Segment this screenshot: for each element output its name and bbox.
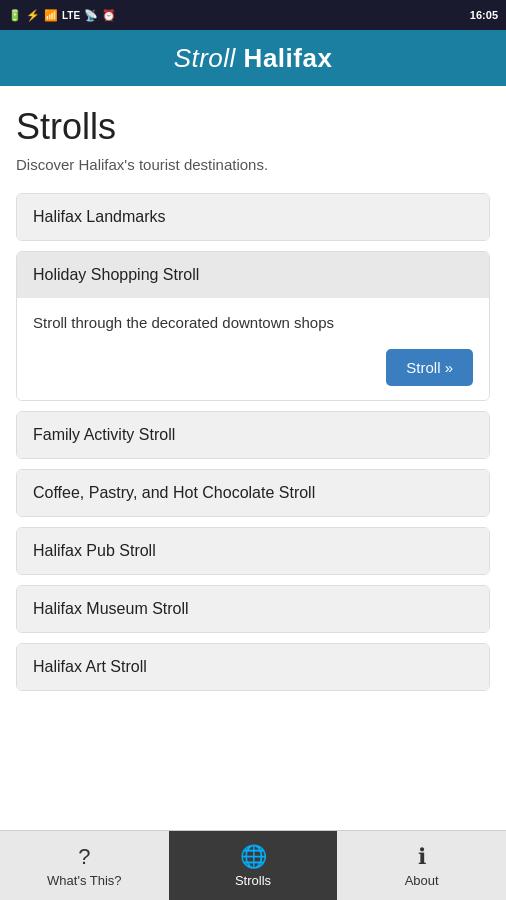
- nav-item-strolls[interactable]: 🌐 Strolls: [169, 831, 338, 900]
- nav-item-whats-this[interactable]: ? What's This?: [0, 831, 169, 900]
- stroll-item-header[interactable]: Halifax Landmarks: [17, 194, 489, 240]
- alarm-icon: ⏰: [102, 9, 116, 22]
- app-title: Stroll Halifax: [174, 43, 333, 74]
- stroll-item-header[interactable]: Holiday Shopping Stroll: [17, 252, 489, 298]
- usb-icon: ⚡: [26, 9, 40, 22]
- stroll-item-label: Holiday Shopping Stroll: [33, 266, 199, 283]
- status-icons: 🔋 ⚡ 📶 LTE 📡 ⏰: [8, 9, 116, 22]
- list-item[interactable]: Coffee, Pastry, and Hot Chocolate Stroll: [16, 469, 490, 517]
- main-content: Strolls Discover Halifax's tourist desti…: [0, 86, 506, 830]
- stroll-item-header[interactable]: Halifax Art Stroll: [17, 644, 489, 690]
- nav-label-whats-this: What's This?: [47, 873, 122, 888]
- stroll-item-header[interactable]: Halifax Museum Stroll: [17, 586, 489, 632]
- stroll-item-label: Halifax Landmarks: [33, 208, 166, 225]
- page-title: Strolls: [16, 106, 490, 148]
- stroll-button[interactable]: Stroll »: [386, 349, 473, 386]
- page-subtitle: Discover Halifax's tourist destinations.: [16, 156, 490, 173]
- stroll-item-label: Family Activity Stroll: [33, 426, 175, 443]
- stroll-item-description: Stroll through the decorated downtown sh…: [33, 312, 473, 335]
- stroll-item-header[interactable]: Family Activity Stroll: [17, 412, 489, 458]
- status-time: 16:05: [470, 9, 498, 21]
- list-item[interactable]: Family Activity Stroll: [16, 411, 490, 459]
- nav-label-about: About: [405, 873, 439, 888]
- stroll-item-label: Halifax Museum Stroll: [33, 600, 189, 617]
- list-item[interactable]: Holiday Shopping Stroll Stroll through t…: [16, 251, 490, 401]
- app-header: Stroll Halifax: [0, 30, 506, 86]
- nav-label-strolls: Strolls: [235, 873, 271, 888]
- stroll-item-label: Coffee, Pastry, and Hot Chocolate Stroll: [33, 484, 315, 501]
- wifi-icon: 📶: [44, 9, 58, 22]
- list-item[interactable]: Halifax Art Stroll: [16, 643, 490, 691]
- battery-icon: 🔋: [8, 9, 22, 22]
- signal-icon: 📡: [84, 9, 98, 22]
- globe-icon: 🌐: [240, 844, 267, 870]
- status-bar: 🔋 ⚡ 📶 LTE 📡 ⏰ 16:05: [0, 0, 506, 30]
- stroll-item-label: Halifax Art Stroll: [33, 658, 147, 675]
- stroll-item-header[interactable]: Halifax Pub Stroll: [17, 528, 489, 574]
- info-icon: ℹ: [418, 844, 426, 870]
- stroll-item-header[interactable]: Coffee, Pastry, and Hot Chocolate Stroll: [17, 470, 489, 516]
- bottom-nav: ? What's This? 🌐 Strolls ℹ About: [0, 830, 506, 900]
- list-item[interactable]: Halifax Landmarks: [16, 193, 490, 241]
- stroll-item-body: Stroll through the decorated downtown sh…: [17, 298, 489, 400]
- list-item[interactable]: Halifax Museum Stroll: [16, 585, 490, 633]
- nav-item-about[interactable]: ℹ About: [337, 831, 506, 900]
- lte-badge: LTE: [62, 10, 80, 21]
- stroll-item-label: Halifax Pub Stroll: [33, 542, 156, 559]
- app-title-bold: Halifax: [244, 43, 333, 73]
- list-item[interactable]: Halifax Pub Stroll: [16, 527, 490, 575]
- stroll-button-label: Stroll »: [406, 359, 453, 376]
- app-title-italic: Stroll: [174, 43, 236, 73]
- question-icon: ?: [78, 844, 90, 870]
